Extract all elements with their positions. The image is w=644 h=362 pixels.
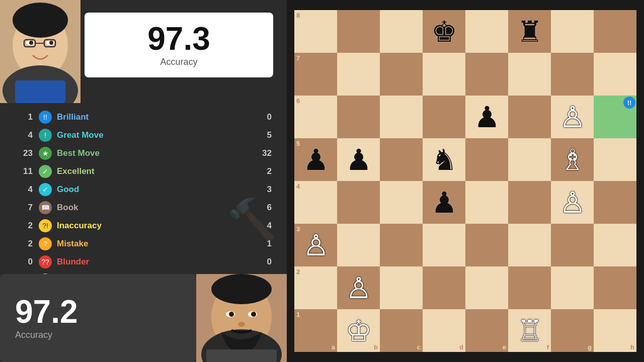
chess-cell[interactable]: ♔ (337, 309, 380, 352)
chess-cell[interactable] (423, 224, 465, 266)
chess-cell[interactable] (380, 96, 423, 138)
white-piece: ♙ (559, 188, 586, 217)
chess-cell[interactable] (294, 181, 337, 224)
top-accuracy-label: Accuracy (100, 57, 258, 67)
chess-cell[interactable] (465, 181, 508, 224)
chess-cell[interactable]: ♟ (423, 181, 465, 224)
chess-cell[interactable] (594, 138, 636, 181)
chess-cell[interactable] (551, 53, 594, 96)
chess-cell[interactable] (380, 10, 423, 53)
chess-board: ♚♜♟♙!!♟♟♞♗♟♙♙♙♔♖ (294, 10, 636, 352)
chess-cell[interactable] (465, 224, 508, 266)
svg-point-6 (29, 41, 33, 45)
stat-right-num: 32 (254, 148, 272, 158)
chess-cell[interactable] (551, 10, 594, 53)
chess-cell[interactable] (380, 266, 423, 309)
chess-cell[interactable] (508, 266, 551, 309)
chess-cell[interactable] (294, 96, 337, 138)
black-piece: ♞ (431, 145, 457, 174)
chess-cell[interactable]: ♙ (551, 96, 594, 138)
stat-right-num: 2 (254, 166, 272, 176)
chess-cell[interactable] (594, 181, 636, 224)
stat-icon: ✓ (39, 183, 52, 196)
chess-cell[interactable] (594, 53, 636, 96)
chess-cell[interactable] (380, 53, 423, 96)
chess-cell[interactable] (551, 266, 594, 309)
chess-cell[interactable] (423, 96, 465, 138)
chess-cell[interactable] (551, 224, 594, 266)
chess-cell[interactable] (423, 53, 465, 96)
stat-label: Mistake (57, 239, 254, 249)
chess-cell[interactable] (337, 96, 380, 138)
chess-cell[interactable] (465, 53, 508, 96)
stat-right-num: 6 (254, 203, 272, 213)
chess-cell[interactable]: ♗ (551, 138, 594, 181)
chess-cell[interactable]: ♚ (423, 10, 465, 53)
chess-cell[interactable]: ♖ (508, 309, 551, 352)
stat-left-num: 4 (15, 130, 33, 140)
chess-cell[interactable] (380, 309, 423, 352)
bottom-accuracy-number: 97.2 (15, 296, 181, 328)
black-piece: ♟ (303, 145, 329, 174)
chess-cell[interactable]: ♙ (551, 181, 594, 224)
svg-point-3 (13, 3, 68, 38)
chess-cell[interactable] (594, 309, 636, 352)
chess-cell[interactable]: ♜ (508, 10, 551, 53)
svg-point-19 (251, 312, 256, 317)
stat-icon: ! (39, 129, 52, 142)
stat-label: Inaccuracy (57, 221, 254, 231)
chess-cell[interactable]: ♙ (337, 266, 380, 309)
chess-cell[interactable] (465, 309, 508, 352)
chess-cell[interactable] (594, 10, 636, 53)
chess-cell[interactable] (294, 53, 337, 96)
bottom-player-avatar (196, 274, 287, 362)
stat-right-num: 1 (254, 239, 272, 249)
chess-cell[interactable] (380, 224, 423, 266)
chess-cell[interactable] (551, 309, 594, 352)
chess-cell[interactable]: !! (594, 96, 636, 138)
chess-cell[interactable] (465, 10, 508, 53)
chess-cell[interactable] (380, 181, 423, 224)
stat-label: Excellent (57, 166, 254, 176)
top-accuracy-number: 97.3 (100, 23, 258, 55)
chess-cell[interactable] (465, 138, 508, 181)
chess-cell[interactable] (294, 309, 337, 352)
stat-row-mistake: 2 ? Mistake 1 (15, 235, 272, 253)
chess-cell[interactable] (508, 224, 551, 266)
left-panel: 97.3 Accuracy 1 !! Brilliant 0 4 ! Great… (0, 0, 287, 362)
svg-rect-11 (15, 80, 65, 103)
stat-label: Blunder (57, 257, 254, 267)
chess-cell[interactable] (423, 266, 465, 309)
chess-cell[interactable] (294, 10, 337, 53)
chess-cell[interactable]: ♟ (294, 138, 337, 181)
chess-cell[interactable]: ♟ (465, 96, 508, 138)
chess-cell[interactable] (594, 224, 636, 266)
chess-cell[interactable] (380, 138, 423, 181)
stat-right-num: 3 (254, 185, 272, 195)
chess-cell[interactable]: ♟ (337, 138, 380, 181)
stat-left-num: 2 (15, 239, 33, 249)
stat-label: Good (57, 185, 254, 195)
chess-cell[interactable] (337, 53, 380, 96)
stat-right-num: 0 (254, 112, 272, 122)
chess-cell[interactable] (337, 224, 380, 266)
chess-cell[interactable] (508, 138, 551, 181)
chess-cell[interactable] (465, 266, 508, 309)
stat-left-num: 7 (15, 203, 33, 213)
bottom-section: 97.2 Accuracy (0, 274, 287, 362)
chess-cell[interactable] (508, 96, 551, 138)
stat-row-best-move: 23 ★ Best Move 32 (15, 144, 272, 162)
chess-cell[interactable]: ♞ (423, 138, 465, 181)
chess-cell[interactable] (337, 181, 380, 224)
stat-icon: ?! (39, 219, 52, 232)
stat-left-num: 0 (15, 257, 33, 267)
chess-cell[interactable] (508, 181, 551, 224)
chess-cell[interactable]: ♙ (294, 224, 337, 266)
chess-cell[interactable] (423, 309, 465, 352)
chess-cell[interactable] (294, 266, 337, 309)
chess-cell[interactable] (508, 53, 551, 96)
board-section: ♚♜♟♙!!♟♟♞♗♟♙♙♙♔♖ 87654321 abcdefgh (287, 0, 644, 362)
stat-label: Best Move (57, 148, 254, 158)
chess-cell[interactable] (594, 266, 636, 309)
chess-cell[interactable] (337, 10, 380, 53)
